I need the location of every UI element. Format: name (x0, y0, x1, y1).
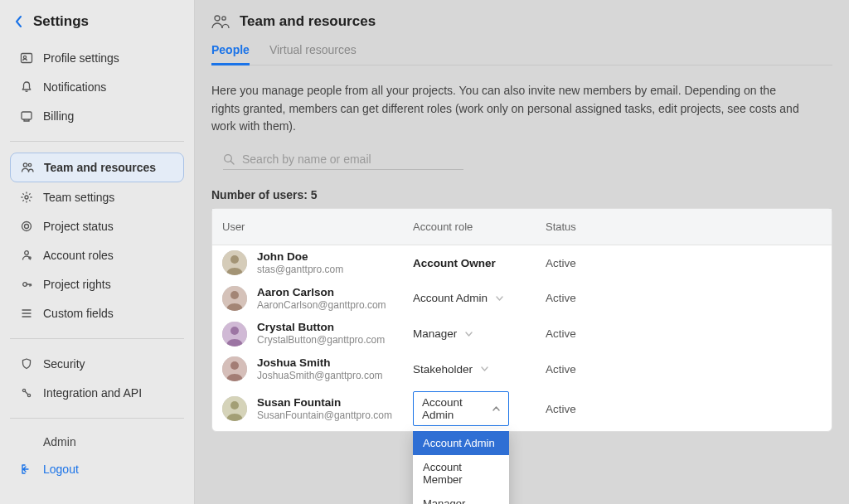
role-select[interactable]: Account Admin (413, 292, 546, 304)
user-name: Crystal Button (257, 321, 385, 334)
list-icon (18, 305, 35, 322)
sidebar-item-integration-and-api[interactable]: Integration and API (10, 379, 184, 407)
search-icon (223, 153, 235, 166)
sidebar-item-team-and-resources[interactable]: Team and resources (10, 153, 184, 182)
sidebar-item-profile-settings[interactable]: Profile settings (10, 44, 184, 72)
sidebar-item-label: Custom fields (43, 307, 114, 320)
page-header: Team and resources (211, 13, 832, 38)
avatar (222, 322, 247, 346)
role-select[interactable]: Manager (413, 327, 546, 340)
search-field[interactable] (223, 149, 463, 170)
table-row: Aaron Carlson AaronCarlson@ganttpro.com … (212, 281, 832, 317)
status-cell: Active (546, 363, 645, 376)
status-cell: Active (546, 257, 645, 269)
user-name: Susan Fountain (257, 396, 392, 410)
sidebar-divider (10, 141, 184, 142)
role-select[interactable]: Stakeholder (413, 363, 546, 376)
svg-point-3 (23, 163, 27, 167)
role-dropdown[interactable]: Account AdminAccount MemberManagerStakeh… (413, 429, 509, 504)
people-icon (19, 159, 36, 176)
avatar (222, 396, 247, 421)
sidebar-item-security[interactable]: Security (10, 350, 184, 378)
svg-point-18 (230, 255, 239, 264)
tabs: PeopleVirtual resources (211, 38, 832, 65)
sidebar-item-project-rights[interactable]: Project rights (10, 270, 184, 298)
user-card-icon (18, 50, 35, 66)
sidebar-item-label: Team and resources (44, 161, 156, 174)
role-cell: Account Owner (413, 257, 546, 269)
search-input[interactable] (242, 153, 463, 166)
col-user: User (222, 220, 413, 233)
sidebar-item-label: Account roles (43, 249, 114, 262)
role-select[interactable]: Account Admin (413, 391, 509, 426)
sidebar-title: Settings (33, 13, 89, 30)
status-cell: Active (546, 403, 645, 415)
user-name: Aaron Carlson (257, 286, 386, 299)
user-email: AaronCarlson@ganttpro.com (257, 299, 386, 311)
sidebar-item-label: Logout (43, 463, 79, 476)
svg-point-7 (25, 225, 29, 229)
rights-icon (18, 276, 35, 293)
table-row: Susan Fountain SusanFountain@ganttpro.co… (212, 386, 832, 431)
tab-virtual-resources[interactable]: Virtual resources (269, 38, 357, 65)
sidebar-item-label: Security (43, 357, 85, 371)
chevron-down-icon (481, 366, 488, 371)
roles-icon (18, 247, 35, 264)
settings-sidebar: Settings Profile settingsNotificationsBi… (0, 0, 195, 504)
sidebar-logout[interactable]: Logout (10, 455, 184, 483)
table-row: Joshua Smith JoshuaSmith@ganttpro.com St… (212, 351, 832, 387)
sidebar-item-label: Project status (43, 220, 114, 233)
sidebar-item-label: Team settings (43, 191, 114, 204)
billing-icon (18, 108, 35, 124)
sidebar-item-billing[interactable]: Billing (10, 102, 184, 130)
chevron-down-icon (496, 296, 503, 301)
svg-point-20 (230, 291, 239, 299)
svg-rect-2 (22, 112, 32, 119)
dropdown-option[interactable]: Manager (413, 492, 509, 504)
user-email: stas@ganttpro.com (257, 264, 343, 275)
target-icon (18, 218, 35, 235)
avatar (222, 356, 247, 381)
sidebar-item-project-status[interactable]: Project status (10, 212, 184, 240)
sidebar-item-label: Notifications (43, 80, 106, 94)
sidebar-item-label: Project rights (43, 278, 111, 291)
back-chevron-icon[interactable] (15, 16, 23, 27)
avatar (222, 286, 247, 311)
svg-point-8 (25, 251, 29, 255)
intro-text: Here you manage people from all your pro… (211, 65, 825, 149)
user-count: Number of users: 5 (211, 188, 832, 201)
svg-point-24 (230, 361, 239, 370)
col-status: Status (546, 220, 645, 233)
sidebar-item-notifications[interactable]: Notifications (10, 73, 184, 101)
sidebar-divider (10, 338, 184, 339)
svg-point-1 (23, 56, 26, 58)
users-table: User Account role Status John Doe stas@g… (211, 208, 832, 432)
sidebar-item-custom-fields[interactable]: Custom fields (10, 299, 184, 327)
user-name: John Doe (257, 250, 343, 264)
logout-icon (18, 461, 35, 477)
sidebar-item-label: Billing (43, 109, 74, 123)
chevron-down-icon (465, 332, 473, 337)
status-cell: Active (546, 327, 645, 340)
svg-point-5 (25, 196, 28, 199)
sidebar-item-label: Integration and API (43, 386, 142, 400)
sidebar-item-team-settings[interactable]: Team settings (10, 183, 184, 211)
chevron-up-icon (492, 406, 500, 411)
svg-point-11 (22, 389, 25, 391)
shield-icon (18, 356, 35, 372)
table-header: User Account role Status (212, 209, 832, 245)
svg-point-14 (222, 17, 226, 20)
user-email: CrystalButton@ganttpro.com (257, 334, 385, 346)
svg-point-6 (22, 222, 32, 231)
dropdown-option[interactable]: Account Member (413, 455, 509, 492)
gear-icon (18, 189, 35, 206)
dropdown-option[interactable]: Account Admin (413, 431, 509, 455)
svg-point-12 (27, 394, 30, 396)
svg-point-26 (230, 401, 239, 410)
tab-people[interactable]: People (211, 38, 250, 65)
sidebar-item-account-roles[interactable]: Account roles (10, 241, 184, 269)
page-title: Team and resources (240, 13, 376, 30)
col-role: Account role (413, 220, 546, 233)
user-name: Joshua Smith (257, 356, 383, 370)
user-email: JoshuaSmith@ganttpro.com (257, 370, 383, 381)
